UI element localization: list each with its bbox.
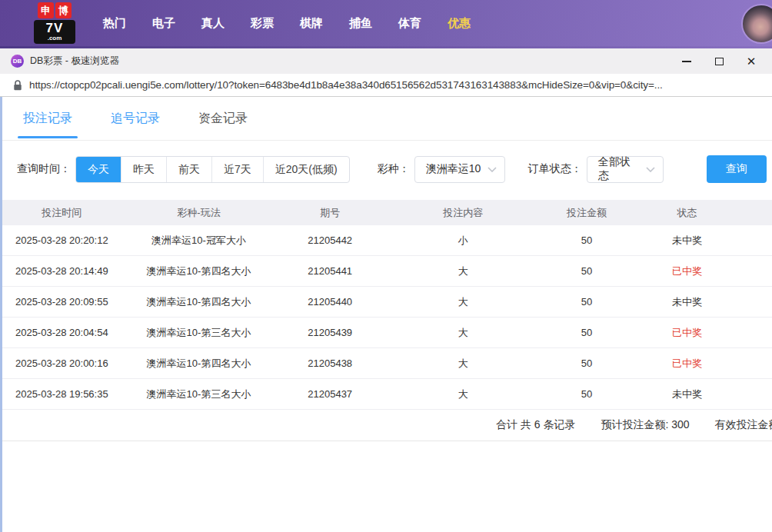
cell-content: 小 bbox=[386, 234, 541, 248]
lottery-select[interactable]: 澳洲幸运10 bbox=[414, 156, 505, 183]
time-option-yesterday[interactable]: 昨天 bbox=[121, 157, 166, 182]
cell-game: 澳洲幸运10-第四名大小 bbox=[124, 264, 275, 278]
cell-game: 澳洲幸运10-第三名大小 bbox=[124, 326, 275, 340]
cell-amount: 50 bbox=[541, 265, 633, 277]
cell-content: 大 bbox=[386, 357, 541, 371]
time-option-today[interactable]: 今天 bbox=[76, 157, 121, 182]
cell-time: 2025-03-28 20:14:49 bbox=[0, 265, 124, 277]
bet-records-table: 投注时间 彩种-玩法 期号 投注内容 投注金额 状态 2025-03-28 20… bbox=[0, 200, 772, 441]
site-header: 申 博 7V .com 热门 电子 真人 彩票 棋牌 捕鱼 体育 优惠 bbox=[0, 0, 772, 46]
cell-status: 已中奖 bbox=[633, 326, 741, 340]
minimize-icon bbox=[682, 61, 691, 62]
url-text[interactable]: https://ctopcp02pcali.uengi5e.com/lotter… bbox=[29, 79, 663, 91]
cell-status: 未中奖 bbox=[633, 387, 741, 401]
col-header-status: 状态 bbox=[633, 206, 741, 220]
cell-status: 已中奖 bbox=[633, 357, 741, 371]
nav-item-fishing[interactable]: 捕鱼 bbox=[349, 16, 372, 31]
tab-favicon: DB bbox=[11, 55, 24, 68]
time-range-group: 今天 昨天 前天 近7天 近20天(低频) bbox=[75, 156, 350, 183]
table-row: 2025-03-28 20:14:49 澳洲幸运10-第四名大小 2120544… bbox=[0, 256, 772, 287]
cell-amount: 50 bbox=[541, 357, 633, 369]
order-status-select[interactable]: 全部状态 bbox=[587, 156, 664, 183]
address-bar[interactable]: https://ctopcp02pcali.uengi5e.com/lotter… bbox=[0, 74, 772, 97]
table-header: 投注时间 彩种-玩法 期号 投注内容 投注金额 状态 bbox=[0, 200, 772, 225]
table-row: 2025-03-28 19:56:35 澳洲幸运10-第三名大小 2120543… bbox=[0, 379, 772, 410]
cell-content: 大 bbox=[386, 264, 541, 278]
col-header-content: 投注内容 bbox=[386, 206, 541, 220]
user-avatar[interactable] bbox=[741, 4, 772, 44]
cell-time: 2025-03-28 20:00:16 bbox=[0, 357, 124, 369]
cell-amount: 50 bbox=[541, 327, 633, 338]
browser-titlebar: DB DB彩票 - 极速浏览器 ✕ bbox=[0, 48, 772, 74]
close-icon: ✕ bbox=[747, 55, 757, 67]
chevron-down-icon bbox=[646, 167, 655, 172]
cell-issue: 21205440 bbox=[274, 296, 386, 308]
status-filter-label: 订单状态： bbox=[528, 162, 582, 176]
table-summary: 合计 共 6 条记录 预计投注金额: 300 有效投注金额 bbox=[0, 410, 772, 441]
nav-item-cards[interactable]: 棋牌 bbox=[300, 16, 323, 31]
cell-game: 澳洲幸运10-第四名大小 bbox=[124, 295, 275, 309]
nav-item-slots[interactable]: 电子 bbox=[152, 16, 175, 31]
cell-amount: 50 bbox=[541, 388, 633, 400]
logo-badge-left: 申 bbox=[38, 2, 54, 18]
col-header-amount: 投注金额 bbox=[541, 206, 633, 220]
tab-fund-records[interactable]: 资金记录 bbox=[198, 97, 248, 140]
cell-time: 2025-03-28 20:20:12 bbox=[0, 234, 124, 246]
table-row: 2025-03-28 20:20:12 澳洲幸运10-冠军大小 21205442… bbox=[0, 225, 772, 256]
filter-bar: 查询时间： 今天 昨天 前天 近7天 近20天(低频) 彩种： 澳洲幸运10 订… bbox=[0, 141, 772, 193]
cell-issue: 21205441 bbox=[274, 265, 386, 277]
col-header-issue: 期号 bbox=[274, 206, 386, 220]
maximize-button[interactable] bbox=[703, 51, 735, 72]
time-option-daybefore[interactable]: 前天 bbox=[166, 157, 211, 182]
col-header-game: 彩种-玩法 bbox=[124, 206, 275, 220]
summary-total: 合计 共 6 条记录 bbox=[496, 418, 575, 432]
cell-game: 澳洲幸运10-第四名大小 bbox=[124, 357, 275, 371]
col-header-time: 投注时间 bbox=[0, 206, 124, 220]
window-controls: ✕ bbox=[671, 51, 767, 72]
nav-item-live[interactable]: 真人 bbox=[201, 16, 225, 31]
cell-time: 2025-03-28 20:09:55 bbox=[0, 296, 124, 308]
cell-issue: 21205439 bbox=[274, 327, 386, 338]
cell-status: 未中奖 bbox=[633, 234, 741, 248]
time-option-7days[interactable]: 近7天 bbox=[211, 157, 263, 182]
logo-7v-text: 7V bbox=[34, 22, 75, 35]
cell-time: 2025-03-28 19:56:35 bbox=[0, 388, 124, 400]
minimize-button[interactable] bbox=[671, 51, 703, 72]
logo-badge-right: 博 bbox=[55, 2, 72, 18]
chevron-down-icon bbox=[487, 167, 497, 172]
search-button[interactable]: 查询 bbox=[707, 155, 767, 183]
left-edge-strip bbox=[0, 97, 2, 532]
cell-content: 大 bbox=[386, 295, 541, 309]
maximize-icon bbox=[715, 58, 724, 65]
cell-issue: 21205438 bbox=[274, 357, 386, 369]
logo-com-text: .com bbox=[34, 35, 75, 42]
time-option-20days[interactable]: 近20天(低频) bbox=[263, 157, 349, 182]
cell-amount: 50 bbox=[541, 296, 633, 308]
cell-issue: 21205442 bbox=[274, 234, 386, 246]
cell-time: 2025-03-28 20:04:54 bbox=[0, 327, 124, 338]
nav-item-hot[interactable]: 热门 bbox=[103, 16, 126, 31]
table-row: 2025-03-28 20:04:54 澳洲幸运10-第三名大小 2120543… bbox=[0, 318, 772, 348]
close-button[interactable]: ✕ bbox=[735, 51, 767, 72]
window-title: DB彩票 - 极速浏览器 bbox=[30, 55, 119, 68]
cell-status: 未中奖 bbox=[633, 295, 741, 309]
nav-item-lottery[interactable]: 彩票 bbox=[251, 16, 274, 31]
cell-game: 澳洲幸运10-第三名大小 bbox=[124, 387, 275, 401]
summary-valid: 有效投注金额 bbox=[715, 418, 772, 432]
page-content: 投注记录 追号记录 资金记录 查询时间： 今天 昨天 前天 近7天 近20天(低… bbox=[0, 97, 772, 532]
time-filter-label: 查询时间： bbox=[17, 162, 71, 176]
nav-item-promo[interactable]: 优惠 bbox=[448, 16, 471, 31]
nav-item-sports[interactable]: 体育 bbox=[398, 16, 421, 31]
cell-game: 澳洲幸运10-冠军大小 bbox=[124, 234, 275, 248]
table-row: 2025-03-28 20:09:55 澳洲幸运10-第四名大小 2120544… bbox=[0, 287, 772, 318]
site-logo[interactable]: 申 博 7V .com bbox=[34, 2, 75, 44]
summary-expected: 预计投注金额: 300 bbox=[601, 418, 689, 432]
logo-main: 7V .com bbox=[34, 20, 75, 44]
tab-chase-records[interactable]: 追号记录 bbox=[111, 97, 160, 140]
lock-icon bbox=[13, 80, 22, 91]
tab-bet-records[interactable]: 投注记录 bbox=[23, 97, 72, 140]
cell-issue: 21205437 bbox=[274, 388, 386, 400]
lottery-filter-label: 彩种： bbox=[378, 162, 410, 176]
lottery-select-value: 澳洲幸运10 bbox=[426, 162, 481, 176]
table-row: 2025-03-28 20:00:16 澳洲幸运10-第四名大小 2120543… bbox=[0, 348, 772, 379]
